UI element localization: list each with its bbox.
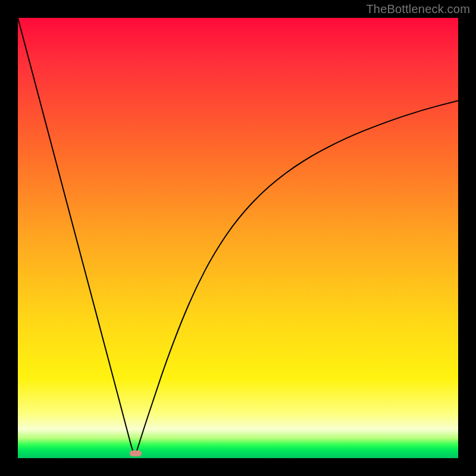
chart-frame: TheBottleneck.com xyxy=(0,0,476,476)
watermark-text: TheBottleneck.com xyxy=(366,2,470,16)
minimum-marker xyxy=(130,450,142,456)
bottleneck-curve xyxy=(18,18,458,458)
plot-area xyxy=(18,18,458,458)
